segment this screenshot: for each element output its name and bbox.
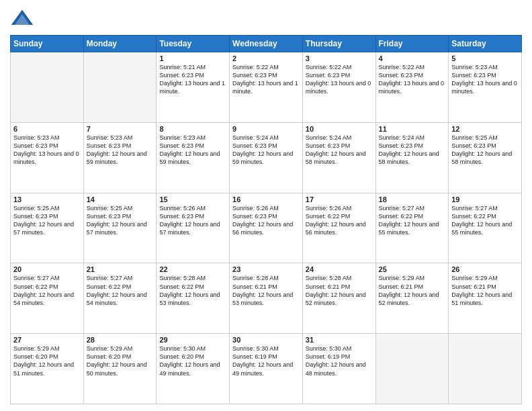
logo-icon — [10, 7, 34, 31]
calendar-cell: 13Sunrise: 5:25 AM Sunset: 6:23 PM Dayli… — [11, 193, 84, 263]
day-info: Sunrise: 5:30 AM Sunset: 6:19 PM Dayligh… — [232, 345, 300, 377]
calendar-cell — [83, 52, 157, 123]
day-number: 15 — [159, 195, 226, 203]
calendar-cell — [449, 334, 522, 404]
calendar-cell: 28Sunrise: 5:29 AM Sunset: 6:20 PM Dayli… — [83, 334, 157, 404]
calendar-cell: 1Sunrise: 5:21 AM Sunset: 6:23 PM Daylig… — [157, 52, 230, 123]
calendar-day-header: Friday — [375, 36, 449, 52]
day-info: Sunrise: 5:25 AM Sunset: 6:23 PM Dayligh… — [87, 204, 154, 237]
day-info: Sunrise: 5:29 AM Sunset: 6:21 PM Dayligh… — [451, 274, 519, 307]
calendar-cell: 25Sunrise: 5:29 AM Sunset: 6:21 PM Dayli… — [375, 263, 449, 334]
day-number: 11 — [379, 125, 446, 133]
day-number: 23 — [232, 265, 300, 273]
calendar-cell: 23Sunrise: 5:28 AM Sunset: 6:21 PM Dayli… — [230, 263, 303, 334]
day-info: Sunrise: 5:27 AM Sunset: 6:22 PM Dayligh… — [87, 274, 154, 307]
day-number: 21 — [87, 265, 154, 273]
calendar-week-row: 20Sunrise: 5:27 AM Sunset: 6:22 PM Dayli… — [11, 263, 522, 334]
calendar-cell: 2Sunrise: 5:22 AM Sunset: 6:23 PM Daylig… — [230, 52, 303, 123]
calendar-week-row: 1Sunrise: 5:21 AM Sunset: 6:23 PM Daylig… — [11, 52, 522, 123]
day-info: Sunrise: 5:22 AM Sunset: 6:23 PM Dayligh… — [379, 63, 446, 96]
day-number: 29 — [159, 336, 226, 344]
calendar-cell: 24Sunrise: 5:28 AM Sunset: 6:21 PM Dayli… — [302, 263, 375, 334]
day-number: 7 — [87, 125, 154, 133]
calendar-cell — [11, 52, 84, 123]
calendar-cell: 22Sunrise: 5:28 AM Sunset: 6:22 PM Dayli… — [157, 263, 230, 334]
day-number: 31 — [306, 336, 373, 344]
calendar-table: SundayMondayTuesdayWednesdayThursdayFrid… — [10, 35, 522, 404]
day-number: 5 — [451, 54, 519, 62]
calendar-cell: 30Sunrise: 5:30 AM Sunset: 6:19 PM Dayli… — [230, 334, 303, 404]
day-info: Sunrise: 5:23 AM Sunset: 6:23 PM Dayligh… — [159, 134, 226, 167]
calendar-header-row: SundayMondayTuesdayWednesdayThursdayFrid… — [11, 36, 522, 52]
day-info: Sunrise: 5:27 AM Sunset: 6:22 PM Dayligh… — [379, 204, 446, 237]
day-info: Sunrise: 5:24 AM Sunset: 6:23 PM Dayligh… — [379, 134, 446, 167]
calendar-cell: 3Sunrise: 5:22 AM Sunset: 6:23 PM Daylig… — [302, 52, 375, 123]
logo — [10, 7, 37, 31]
calendar-day-header: Saturday — [449, 36, 522, 52]
day-number: 16 — [232, 195, 300, 203]
day-number: 6 — [13, 125, 81, 133]
calendar-week-row: 27Sunrise: 5:29 AM Sunset: 6:20 PM Dayli… — [11, 334, 522, 404]
day-info: Sunrise: 5:25 AM Sunset: 6:23 PM Dayligh… — [451, 134, 519, 167]
day-number: 19 — [451, 195, 519, 203]
day-number: 14 — [87, 195, 154, 203]
day-info: Sunrise: 5:29 AM Sunset: 6:20 PM Dayligh… — [13, 345, 81, 377]
calendar-cell: 4Sunrise: 5:22 AM Sunset: 6:23 PM Daylig… — [375, 52, 449, 123]
calendar-cell: 14Sunrise: 5:25 AM Sunset: 6:23 PM Dayli… — [83, 193, 157, 263]
day-info: Sunrise: 5:24 AM Sunset: 6:23 PM Dayligh… — [232, 134, 300, 167]
calendar-day-header: Tuesday — [157, 36, 230, 52]
calendar-cell: 15Sunrise: 5:26 AM Sunset: 6:23 PM Dayli… — [157, 193, 230, 263]
day-info: Sunrise: 5:27 AM Sunset: 6:22 PM Dayligh… — [451, 204, 519, 237]
calendar-cell: 27Sunrise: 5:29 AM Sunset: 6:20 PM Dayli… — [11, 334, 84, 404]
page: SundayMondayTuesdayWednesdayThursdayFrid… — [0, 0, 532, 411]
calendar-cell: 18Sunrise: 5:27 AM Sunset: 6:22 PM Dayli… — [375, 193, 449, 263]
calendar-cell: 10Sunrise: 5:24 AM Sunset: 6:23 PM Dayli… — [302, 122, 375, 193]
day-number: 25 — [379, 265, 446, 273]
day-info: Sunrise: 5:26 AM Sunset: 6:23 PM Dayligh… — [232, 204, 300, 237]
calendar-cell: 29Sunrise: 5:30 AM Sunset: 6:20 PM Dayli… — [157, 334, 230, 404]
day-number: 17 — [306, 195, 373, 203]
day-info: Sunrise: 5:28 AM Sunset: 6:21 PM Dayligh… — [232, 274, 300, 307]
day-number: 24 — [306, 265, 373, 273]
day-number: 26 — [451, 265, 519, 273]
header — [10, 7, 522, 31]
calendar-cell: 20Sunrise: 5:27 AM Sunset: 6:22 PM Dayli… — [11, 263, 84, 334]
day-number: 4 — [379, 54, 446, 62]
day-info: Sunrise: 5:26 AM Sunset: 6:22 PM Dayligh… — [306, 204, 373, 237]
day-number: 9 — [232, 125, 300, 133]
calendar-day-header: Sunday — [11, 36, 84, 52]
day-number: 3 — [306, 54, 373, 62]
calendar-cell: 12Sunrise: 5:25 AM Sunset: 6:23 PM Dayli… — [449, 122, 522, 193]
day-number: 8 — [159, 125, 226, 133]
day-number: 10 — [306, 125, 373, 133]
day-info: Sunrise: 5:23 AM Sunset: 6:23 PM Dayligh… — [13, 134, 81, 167]
day-info: Sunrise: 5:23 AM Sunset: 6:23 PM Dayligh… — [451, 63, 519, 96]
calendar-cell: 9Sunrise: 5:24 AM Sunset: 6:23 PM Daylig… — [230, 122, 303, 193]
day-info: Sunrise: 5:27 AM Sunset: 6:22 PM Dayligh… — [13, 274, 81, 307]
day-number: 18 — [379, 195, 446, 203]
day-info: Sunrise: 5:29 AM Sunset: 6:21 PM Dayligh… — [379, 274, 446, 307]
calendar-cell: 7Sunrise: 5:23 AM Sunset: 6:23 PM Daylig… — [83, 122, 157, 193]
calendar-cell: 19Sunrise: 5:27 AM Sunset: 6:22 PM Dayli… — [449, 193, 522, 263]
day-info: Sunrise: 5:24 AM Sunset: 6:23 PM Dayligh… — [306, 134, 373, 167]
day-info: Sunrise: 5:22 AM Sunset: 6:23 PM Dayligh… — [232, 63, 300, 96]
day-number: 1 — [159, 54, 226, 62]
day-number: 13 — [13, 195, 81, 203]
day-number: 22 — [159, 265, 226, 273]
calendar-day-header: Monday — [83, 36, 157, 52]
day-info: Sunrise: 5:23 AM Sunset: 6:23 PM Dayligh… — [87, 134, 154, 167]
calendar-week-row: 13Sunrise: 5:25 AM Sunset: 6:23 PM Dayli… — [11, 193, 522, 263]
day-info: Sunrise: 5:21 AM Sunset: 6:23 PM Dayligh… — [159, 63, 226, 96]
day-number: 2 — [232, 54, 300, 62]
day-number: 28 — [87, 336, 154, 344]
day-info: Sunrise: 5:22 AM Sunset: 6:23 PM Dayligh… — [306, 63, 373, 96]
calendar-cell: 6Sunrise: 5:23 AM Sunset: 6:23 PM Daylig… — [11, 122, 84, 193]
day-info: Sunrise: 5:29 AM Sunset: 6:20 PM Dayligh… — [87, 345, 154, 377]
day-number: 30 — [232, 336, 300, 344]
calendar-day-header: Wednesday — [230, 36, 303, 52]
calendar-cell: 26Sunrise: 5:29 AM Sunset: 6:21 PM Dayli… — [449, 263, 522, 334]
calendar-cell: 31Sunrise: 5:30 AM Sunset: 6:19 PM Dayli… — [302, 334, 375, 404]
calendar-cell: 17Sunrise: 5:26 AM Sunset: 6:22 PM Dayli… — [302, 193, 375, 263]
calendar-cell — [375, 334, 449, 404]
day-number: 27 — [13, 336, 81, 344]
